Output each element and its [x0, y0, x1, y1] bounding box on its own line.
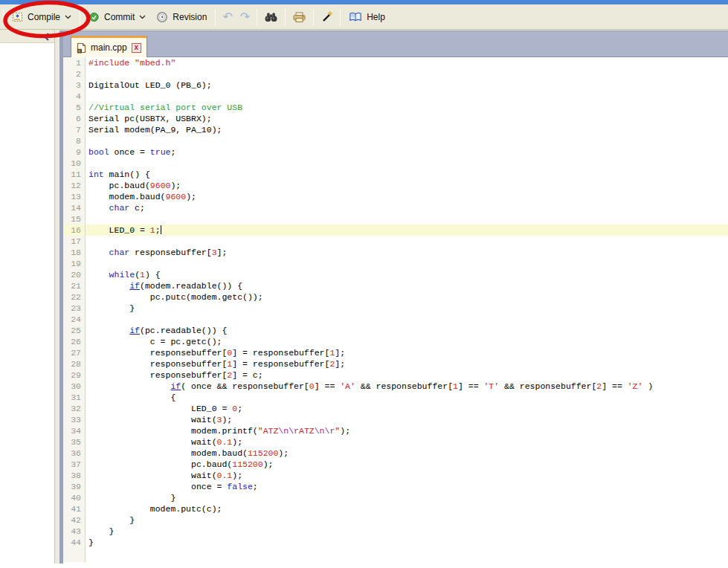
code-line[interactable]: 29 responsebuffer[2] = c;: [63, 369, 728, 381]
line-number: 1: [63, 57, 86, 68]
chevron-down-icon: [65, 15, 71, 19]
line-number: 4: [63, 91, 86, 102]
code-line[interactable]: 24: [63, 314, 728, 325]
line-number: 39: [63, 481, 86, 492]
code-text: [85, 158, 88, 169]
code-line[interactable]: 6Serial pc(USBTX, USBRX);: [63, 113, 728, 124]
line-number: 13: [63, 191, 86, 202]
code-line[interactable]: 8: [63, 135, 728, 146]
code-line[interactable]: 15: [63, 213, 728, 225]
code-line[interactable]: 38 wait(0.1);: [63, 470, 728, 481]
code-line[interactable]: 5//Virtual serial port over USB: [63, 102, 728, 113]
line-number: 10: [63, 158, 86, 169]
undo-icon: ↶: [222, 12, 232, 22]
line-number: 28: [63, 358, 86, 369]
toolbar-separator: [3, 9, 4, 25]
code-line[interactable]: 33 wait(3);: [63, 414, 728, 425]
line-number: 7: [63, 124, 86, 135]
tab-title: main.cpp: [91, 42, 127, 53]
code-line[interactable]: 44}: [63, 537, 728, 548]
tab-main-cpp[interactable]: c main.cpp x: [71, 36, 147, 57]
code-line[interactable]: 43 }: [63, 526, 728, 537]
code-line[interactable]: 18 char responsebuffer[3];: [63, 247, 728, 258]
code-text: Serial pc(USBTX, USBRX);: [85, 113, 212, 124]
code-text: if( once && responsebuffer[0] == 'A' && …: [85, 381, 653, 392]
compile-button[interactable]: Compile: [7, 9, 77, 25]
code-line[interactable]: 20 while(1) {: [63, 269, 728, 280]
code-line[interactable]: 31 {: [63, 392, 728, 403]
revision-clock-icon: [156, 11, 168, 23]
undo-button[interactable]: ↶: [219, 10, 236, 25]
code-text: pc.baud(115200);: [85, 459, 273, 470]
format-button[interactable]: [317, 8, 337, 25]
code-line[interactable]: 28 responsebuffer[1] = responsebuffer[2]…: [63, 358, 728, 369]
code-line[interactable]: 36 modem.baud(115200);: [63, 448, 728, 459]
code-line[interactable]: 16 LED_0 = 1;: [63, 225, 728, 236]
code-text: modem.printf("ATZ\n\rATZ\n\r");: [85, 425, 350, 436]
code-line[interactable]: 26 c = pc.getc();: [63, 336, 728, 347]
print-button[interactable]: [289, 9, 310, 25]
commit-button[interactable]: Commit: [83, 9, 151, 25]
find-button[interactable]: [260, 10, 282, 25]
code-line[interactable]: 37 pc.baud(115200);: [63, 459, 728, 470]
help-button[interactable]: Help: [344, 10, 390, 25]
tab-close-button[interactable]: x: [132, 43, 141, 53]
code-line[interactable]: 10: [63, 158, 728, 169]
code-line[interactable]: 13 modem.baud(9600);: [63, 191, 728, 202]
code-line[interactable]: 11int main() {: [63, 169, 728, 180]
code-text: }: [85, 537, 94, 548]
line-number: 35: [63, 436, 86, 448]
line-number: 5: [63, 102, 86, 113]
printer-icon: [292, 11, 306, 23]
commit-label: Commit: [104, 12, 135, 22]
code-text: if(modem.readable()) {: [85, 280, 242, 291]
code-text: modem.putc(c);: [85, 503, 222, 514]
line-number: 2: [63, 68, 86, 80]
code-line[interactable]: 40 }: [63, 492, 728, 503]
code-line[interactable]: 42 }: [63, 514, 728, 526]
sidebar-panel: [0, 30, 55, 564]
redo-button[interactable]: ↷: [236, 10, 254, 25]
code-line[interactable]: 19: [63, 258, 728, 269]
code-line[interactable]: 3DigitalOut LED_0 (PB_6);: [63, 80, 728, 91]
code-line[interactable]: 12 pc.baud(9600);: [63, 180, 728, 191]
code-editor[interactable]: 1#include "mbed.h"23DigitalOut LED_0 (PB…: [63, 57, 728, 562]
code-text: }: [85, 303, 135, 314]
line-number: 20: [63, 269, 86, 280]
revision-button[interactable]: Revision: [151, 9, 212, 25]
code-text: [85, 213, 88, 225]
code-line[interactable]: 21 if(modem.readable()) {: [63, 280, 728, 291]
code-line[interactable]: 14 char c;: [63, 202, 728, 213]
code-line[interactable]: 1#include "mbed.h": [63, 57, 728, 68]
sidebar-collapse-button[interactable]: [43, 33, 50, 41]
line-number: 27: [63, 347, 86, 358]
code-text: DigitalOut LED_0 (PB_6);: [85, 80, 212, 91]
code-line[interactable]: 4: [63, 91, 728, 102]
toolbar-separator: [285, 9, 286, 25]
code-line[interactable]: 23 }: [63, 303, 728, 314]
code-line[interactable]: 35 wait(0.1);: [63, 436, 728, 448]
code-text: c = pc.getc();: [85, 336, 222, 347]
code-text: #include "mbed.h": [85, 57, 175, 68]
code-line[interactable]: 25 if(pc.readable()) {: [63, 325, 728, 336]
code-text: Serial modem(PA_9, PA_10);: [85, 124, 222, 135]
line-number: 32: [63, 403, 86, 414]
code-line[interactable]: 39 once = false;: [63, 481, 728, 492]
code-text: char responsebuffer[3];: [85, 247, 227, 258]
code-text: responsebuffer[2] = c;: [85, 369, 263, 381]
code-text: [85, 314, 88, 325]
cpp-file-icon: c: [77, 42, 86, 54]
code-line[interactable]: 30 if( once && responsebuffer[0] == 'A' …: [63, 381, 728, 392]
code-line[interactable]: 9bool once = true;: [63, 146, 728, 158]
code-text: responsebuffer[0] = responsebuffer[1];: [85, 347, 345, 358]
code-line[interactable]: 7Serial modem(PA_9, PA_10);: [63, 124, 728, 135]
code-line[interactable]: 27 responsebuffer[0] = responsebuffer[1]…: [63, 347, 728, 358]
code-line[interactable]: 2: [63, 68, 728, 80]
code-line[interactable]: 22 pc.putc(modem.getc());: [63, 291, 728, 303]
line-number: 44: [63, 537, 86, 548]
code-line[interactable]: 32 LED_0 = 0;: [63, 403, 728, 414]
code-line[interactable]: 34 modem.printf("ATZ\n\rATZ\n\r");: [63, 425, 728, 436]
code-text: }: [85, 526, 115, 537]
code-line[interactable]: 41 modem.putc(c);: [63, 503, 728, 514]
code-line[interactable]: 17: [63, 236, 728, 247]
